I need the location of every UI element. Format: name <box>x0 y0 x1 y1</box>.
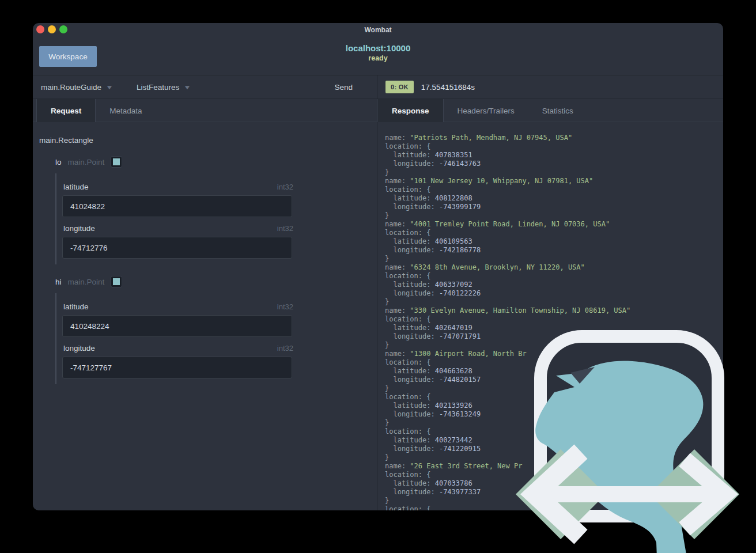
request-form: main.Rectangle lomain.Pointlatitudeint32… <box>33 122 377 510</box>
response-line: location: { <box>385 272 723 281</box>
tab-headers-trailers[interactable]: Headers/Trailers <box>444 99 528 122</box>
key-token: name: <box>385 462 410 470</box>
key-token: location: { <box>385 185 430 194</box>
key-token: longitude: <box>385 160 439 168</box>
response-line: } <box>385 341 723 350</box>
response-line: name: "1300 Airport Road, North Br <box>385 350 723 358</box>
key-token: name: <box>385 134 410 142</box>
key-token: longitude: <box>385 203 439 211</box>
key-token: } <box>385 211 389 219</box>
latitude-input[interactable] <box>62 315 292 337</box>
key-token: location: { <box>385 427 430 435</box>
field-checkbox[interactable] <box>111 156 122 168</box>
key-token: latitude: <box>385 237 435 245</box>
field-label: longitude <box>63 344 95 353</box>
response-line: longitude: -746143763 <box>385 160 723 168</box>
key-token: longitude: <box>385 246 439 254</box>
number-token: -743999179 <box>439 203 481 211</box>
tab-response[interactable]: Response <box>377 99 444 122</box>
duration-label: 17.554151684s <box>421 83 475 92</box>
key-token: } <box>385 255 389 263</box>
checkbox-mark <box>113 158 120 165</box>
field-label-row: longitudeint32 <box>63 224 293 233</box>
response-line: } <box>385 384 723 393</box>
key-token: location: { <box>385 229 430 237</box>
field-checkbox[interactable] <box>111 276 122 287</box>
number-token: 404663628 <box>435 367 472 375</box>
field-group: latitudeint32longitudeint32 <box>55 293 377 384</box>
response-line: longitude: -744820157 <box>385 376 723 384</box>
key-token: } <box>385 419 389 427</box>
string-token: "101 New Jersey 10, Whippany, NJ 07981, … <box>410 177 593 185</box>
response-line: location: { <box>385 142 723 151</box>
response-line: name: "4001 Tremley Point Road, Linden, … <box>385 220 723 229</box>
response-line: name: "Patriots Path, Mendham, NJ 07945,… <box>385 134 723 142</box>
response-line: } <box>385 497 723 505</box>
response-line: location: { <box>385 315 723 324</box>
response-line: latitude: 404663628 <box>385 367 723 376</box>
titlebar: Wombat <box>33 23 723 38</box>
field-type: main.Point <box>68 158 105 166</box>
longitude-input[interactable] <box>62 237 292 259</box>
key-token: name: <box>385 220 410 228</box>
response-line: latitude: 402647019 <box>385 324 723 332</box>
service-select[interactable]: main.RouteGuide ▼ <box>41 83 112 92</box>
response-line: location: { <box>385 229 723 237</box>
response-line: longitude: -741220915 <box>385 445 723 453</box>
key-token: } <box>385 384 389 392</box>
response-line: name: "101 New Jersey 10, Whippany, NJ 0… <box>385 177 723 185</box>
tab-metadata[interactable]: Metadata <box>96 99 156 122</box>
response-line: location: { <box>385 185 723 194</box>
service-select-value: main.RouteGuide <box>41 83 101 92</box>
response-line: } <box>385 168 723 177</box>
status-badge: 0: OK <box>385 81 414 93</box>
response-line: location: { <box>385 358 723 367</box>
number-token: 407838351 <box>435 151 472 159</box>
send-button[interactable]: Send <box>331 82 356 92</box>
response-line: } <box>385 255 723 263</box>
key-token: } <box>385 341 389 349</box>
field-type: main.Point <box>68 278 105 286</box>
response-line: latitude: 406337092 <box>385 281 723 289</box>
request-tabs: Request Metadata <box>33 99 377 122</box>
response-tabs: Response Headers/Trailers Statistics <box>377 99 723 122</box>
field-name: lo <box>55 158 62 166</box>
longitude-input[interactable] <box>62 357 292 378</box>
response-pane: 0: OK 17.554151684s Response Headers/Tra… <box>377 75 723 510</box>
response-line: } <box>385 211 723 220</box>
key-token: latitude: <box>385 436 435 444</box>
key-token: latitude: <box>385 367 435 375</box>
response-line: longitude: -743977337 <box>385 488 723 497</box>
field-label: latitude <box>63 183 89 191</box>
desktop: { "window": { "title": "Wombat" }, "head… <box>0 0 756 553</box>
number-token: 402133926 <box>435 402 472 410</box>
tab-request[interactable]: Request <box>36 99 96 122</box>
number-token: 400273442 <box>435 436 472 444</box>
response-body: name: "Patriots Path, Mendham, NJ 07945,… <box>377 122 723 510</box>
key-token: longitude: <box>385 289 439 297</box>
number-token: -746143763 <box>439 160 481 168</box>
method-select-value: ListFeatures <box>137 83 179 92</box>
field-label-row: latitudeint32 <box>63 183 293 191</box>
workspace-button[interactable]: Workspace <box>39 46 97 67</box>
response-line: latitude: 406109563 <box>385 237 723 246</box>
key-token: latitude: <box>385 479 435 487</box>
key-token: latitude: <box>385 151 435 159</box>
key-token: location: { <box>385 393 430 401</box>
chevron-down-icon: ▼ <box>105 84 114 90</box>
latitude-input[interactable] <box>62 195 292 217</box>
response-line: location: { <box>385 471 723 479</box>
key-token: latitude: <box>385 402 435 410</box>
key-token: latitude: <box>385 324 435 332</box>
method-select[interactable]: ListFeatures ▼ <box>137 83 190 92</box>
key-token: location: { <box>385 272 430 280</box>
key-token: name: <box>385 263 410 271</box>
response-line: } <box>385 453 723 462</box>
field-name: hi <box>55 278 62 286</box>
tab-statistics[interactable]: Statistics <box>528 99 587 122</box>
field-type-label: int32 <box>277 224 293 233</box>
number-token: 408122808 <box>435 194 472 202</box>
connection-status: ready <box>346 54 411 62</box>
field-label: latitude <box>63 302 89 311</box>
number-token: -741220915 <box>439 445 481 453</box>
